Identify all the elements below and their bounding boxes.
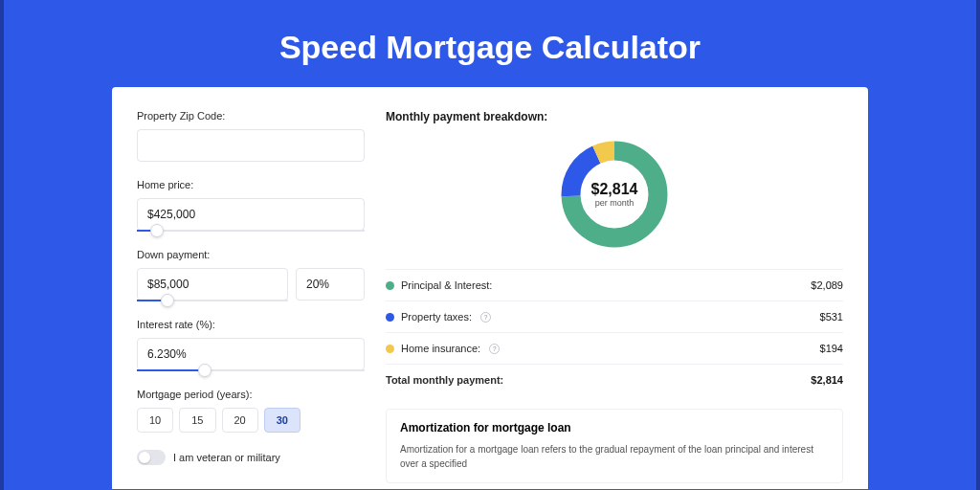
- legend-row: Property taxes:?$531: [386, 301, 843, 333]
- veteran-label: I am veteran or military: [173, 452, 280, 463]
- legend-row: Home insurance:?$194: [386, 333, 843, 365]
- legend: Principal & Interest:$2,089Property taxe…: [386, 269, 843, 395]
- amortization-card: Amortization for mortgage loan Amortizat…: [386, 409, 843, 483]
- period-pill-20[interactable]: 20: [222, 408, 258, 433]
- home-price-label: Home price:: [137, 179, 365, 190]
- home-price-field: Home price:: [137, 179, 365, 232]
- breakdown-panel: Monthly payment breakdown: $2,814 per mo…: [386, 110, 843, 489]
- period-pill-10[interactable]: 10: [137, 408, 173, 433]
- interest-rate-slider-thumb[interactable]: [198, 364, 212, 377]
- mortgage-period-label: Mortgage period (years):: [137, 389, 365, 400]
- down-payment-label: Down payment:: [137, 249, 365, 260]
- form-panel: Property Zip Code: Home price: Down paym…: [137, 110, 365, 489]
- down-payment-pct-input[interactable]: [296, 268, 365, 301]
- down-payment-field: Down payment:: [137, 249, 365, 301]
- zip-label: Property Zip Code:: [137, 110, 365, 122]
- info-icon[interactable]: ?: [480, 312, 491, 323]
- page-title: Speed Mortgage Calculator: [0, 0, 980, 87]
- legend-value: $194: [820, 343, 843, 354]
- home-price-slider[interactable]: [137, 230, 365, 232]
- legend-total-label: Total monthly payment:: [386, 374, 503, 386]
- home-price-slider-thumb[interactable]: [150, 224, 164, 237]
- zip-input[interactable]: [137, 129, 365, 162]
- interest-rate-slider-fill: [137, 369, 205, 371]
- legend-label: Principal & Interest:: [401, 279, 492, 291]
- interest-rate-field: Interest rate (%):: [137, 319, 365, 371]
- legend-row: Principal & Interest:$2,089: [386, 270, 843, 301]
- donut-value: $2,814: [591, 181, 638, 198]
- legend-total-value: $2,814: [811, 374, 843, 386]
- legend-value: $2,089: [811, 279, 843, 291]
- interest-rate-label: Interest rate (%):: [137, 319, 365, 330]
- donut-chart: $2,814 per month: [557, 137, 672, 252]
- donut-chart-wrap: $2,814 per month: [386, 131, 843, 263]
- interest-rate-input[interactable]: [137, 338, 365, 370]
- legend-dot: [386, 345, 394, 353]
- legend-value: $531: [820, 311, 843, 323]
- veteran-row: I am veteran or military: [137, 450, 365, 465]
- interest-rate-slider[interactable]: [137, 369, 365, 371]
- period-pill-30[interactable]: 30: [264, 408, 301, 433]
- breakdown-title: Monthly payment breakdown:: [386, 110, 843, 123]
- legend-total-row: Total monthly payment:$2,814: [386, 365, 843, 395]
- donut-center: $2,814 per month: [557, 137, 672, 252]
- mortgage-period-pills: 10152030: [137, 408, 365, 433]
- home-price-input[interactable]: [137, 198, 365, 231]
- legend-label: Home insurance:: [401, 343, 480, 354]
- legend-dot: [386, 281, 394, 290]
- amortization-title: Amortization for mortgage loan: [400, 421, 829, 434]
- donut-sub: per month: [595, 198, 635, 208]
- legend-label: Property taxes:: [401, 311, 472, 323]
- down-payment-input[interactable]: [137, 268, 288, 301]
- veteran-toggle[interactable]: [137, 450, 166, 465]
- zip-field: Property Zip Code:: [137, 110, 365, 162]
- legend-dot: [386, 313, 394, 322]
- down-payment-slider[interactable]: [137, 300, 288, 301]
- amortization-body: Amortization for a mortgage loan refers …: [400, 442, 829, 471]
- period-pill-15[interactable]: 15: [179, 408, 215, 433]
- info-icon[interactable]: ?: [489, 344, 500, 354]
- calculator-card: Property Zip Code: Home price: Down paym…: [112, 87, 868, 489]
- mortgage-period-field: Mortgage period (years): 10152030: [137, 389, 365, 433]
- down-payment-slider-thumb[interactable]: [161, 294, 174, 307]
